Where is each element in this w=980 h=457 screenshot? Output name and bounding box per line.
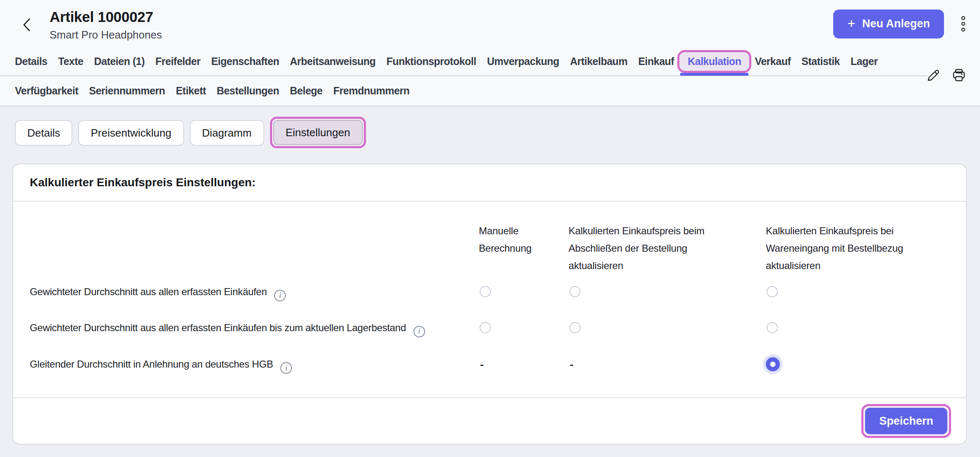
back-button[interactable] [18, 17, 35, 33]
tab-seriennummern[interactable]: Seriennummern [89, 85, 165, 97]
column-header-abschliessen-bestellung: Kalkulierten Einkaufspreis beim Abschlie… [569, 202, 766, 274]
info-icon[interactable]: i [280, 362, 292, 374]
kebab-dot-icon [961, 22, 965, 26]
tab-etikett[interactable]: Etikett [176, 85, 206, 97]
radio-cell-row1-abschliessen [569, 274, 766, 310]
subtab-einstellungen-selected[interactable]: Einstellungen [270, 117, 366, 148]
print-button[interactable] [950, 67, 968, 84]
tab-belege[interactable]: Belege [290, 85, 323, 97]
radio-cell-row3-wareneingang [766, 346, 949, 383]
radio-unchecked-icon[interactable] [480, 286, 491, 297]
radio-cell-row2-abschliessen [569, 310, 766, 346]
settings-card-header: Kalkulierter Einkaufspreis Einstellungen… [13, 164, 966, 202]
settings-card-footer: Speichern [13, 397, 966, 444]
tab-texte[interactable]: Texte [58, 55, 83, 67]
radio-cell-row2-wareneingang [766, 310, 949, 346]
page-subtitle: Smart Pro Headphones [50, 29, 162, 41]
kebab-dot-icon [961, 28, 965, 31]
article-tabs: Details Texte Dateien (1) Freifelder Eig… [0, 48, 980, 106]
pencil-icon [926, 68, 941, 83]
tab-eigenschaften[interactable]: Eigenschaften [211, 55, 279, 67]
radio-checked-icon[interactable] [766, 357, 780, 371]
info-icon[interactable]: i [274, 290, 286, 301]
kalkulation-content: Details Preisentwicklung Diagramm Einste… [0, 106, 980, 457]
tab-lager[interactable]: Lager [851, 55, 878, 67]
save-button[interactable]: Speichern [865, 408, 947, 434]
subtab-diagramm[interactable]: Diagramm [190, 120, 264, 146]
page-title: Artikel 1000027 [50, 9, 162, 25]
tab-details[interactable]: Details [15, 55, 47, 67]
radio-unchecked-icon[interactable] [767, 286, 778, 297]
radio-cell-row1-wareneingang [766, 274, 949, 310]
column-header-empty [30, 202, 479, 274]
kebab-dot-icon [961, 16, 965, 20]
neu-anlegen-button[interactable]: + Neu Anlegen [833, 10, 944, 38]
settings-table: Manuelle Berechnung Kalkulierten Einkauf… [13, 202, 966, 397]
tab-verkauf[interactable]: Verkauf [755, 55, 791, 67]
tab-arbeitsanweisung[interactable]: Arbeitsanweisung [290, 55, 375, 67]
radio-cell-row2-manuelle [479, 310, 569, 346]
chevron-left-icon [22, 17, 31, 32]
settings-card: Kalkulierter Einkaufspreis Einstellungen… [12, 164, 967, 445]
row-label-gewichteter-durchschnitt-lagerbestand: Gewichteter Durchschnitt aus allen erfas… [30, 310, 479, 346]
tab-kalkulation-active[interactable]: Kalkulation [677, 50, 751, 73]
settings-card-title: Kalkulierter Einkaufspreis Einstellungen… [30, 176, 256, 189]
tab-einkauf[interactable]: Einkauf [638, 55, 674, 67]
more-options-button[interactable] [959, 14, 968, 34]
tab-dateien[interactable]: Dateien (1) [94, 55, 144, 67]
save-button-highlight-ring[interactable]: Speichern [861, 404, 951, 438]
radio-unchecked-icon[interactable] [480, 322, 491, 333]
subtab-details[interactable]: Details [15, 120, 72, 146]
plus-icon: + [847, 16, 856, 30]
tab-bestellungen[interactable]: Bestellungen [217, 85, 279, 97]
tab-verfuegbarkeit[interactable]: Verfügbarkeit [15, 85, 78, 97]
tab-artikelbaum[interactable]: Artikelbaum [570, 55, 627, 67]
article-header: Artikel 1000027 Smart Pro Headphones + N… [0, 0, 980, 48]
radio-unchecked-icon[interactable] [569, 286, 581, 297]
tab-row-secondary: Verfügbarkeit Seriennummern Etikett Best… [0, 76, 980, 106]
radio-cell-row1-manuelle [479, 274, 569, 310]
tab-funktionsprotokoll[interactable]: Funktionsprotokoll [386, 55, 476, 67]
subtab-einstellungen-label: Einstellungen [273, 120, 363, 145]
printer-icon [951, 67, 967, 83]
column-header-wareneingang-bestellbezug: Kalkulierten Einkaufspreis bei Wareneing… [766, 202, 949, 274]
app-header-area: Artikel 1000027 Smart Pro Headphones + N… [0, 0, 980, 106]
tab-freifelder[interactable]: Freifelder [155, 55, 201, 67]
tab-row-primary: Details Texte Dateien (1) Freifelder Eig… [0, 48, 928, 76]
tab-umverpackung[interactable]: Umverpackung [487, 55, 559, 67]
dash-cell-row3-manuelle: - [479, 346, 569, 383]
info-icon[interactable]: i [414, 326, 425, 337]
radio-unchecked-icon[interactable] [569, 322, 581, 333]
subtab-preisentwicklung[interactable]: Preisentwicklung [78, 120, 184, 146]
row-label-gewichteter-durchschnitt: Gewichteter Durchschnitt aus allen erfas… [30, 274, 479, 310]
tab-statistik[interactable]: Statistik [801, 55, 840, 67]
neu-anlegen-label: Neu Anlegen [862, 17, 930, 30]
tab-fremdnummern[interactable]: Fremdnummern [333, 85, 409, 97]
radio-unchecked-icon[interactable] [767, 322, 778, 333]
column-header-manuelle-berechnung: Manuelle Berechnung [479, 202, 569, 274]
edit-button[interactable] [925, 67, 942, 84]
row-label-gleitender-durchschnitt-hgb: Gleitender Durchschnitt in Anlehnung an … [30, 346, 479, 383]
kalkulation-subtabs: Details Preisentwicklung Diagramm Einste… [0, 106, 980, 148]
dash-cell-row3-abschliessen: - [569, 346, 766, 383]
